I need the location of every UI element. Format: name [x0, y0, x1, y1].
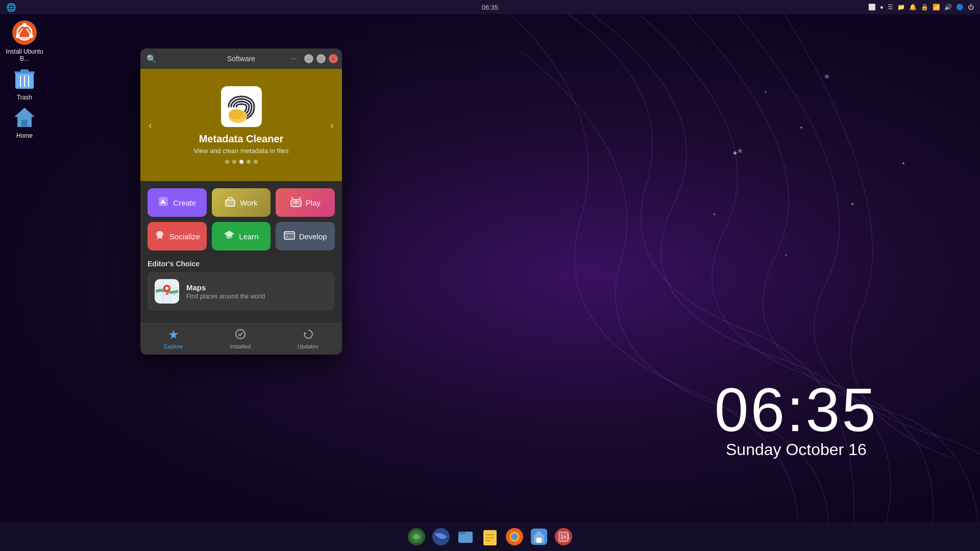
- desktop-waves: [368, 0, 980, 551]
- socialize-icon: [154, 230, 165, 243]
- trash-label: Trash: [17, 94, 32, 101]
- svg-point-32: [291, 197, 293, 199]
- desktop-icon-home[interactable]: Home: [4, 104, 45, 139]
- svg-marker-47: [304, 332, 307, 334]
- svg-point-28: [293, 201, 295, 203]
- category-learn-button[interactable]: Learn: [212, 222, 271, 251]
- updates-label: Updates: [298, 343, 318, 349]
- maps-app-card[interactable]: Maps Find places around the world: [148, 272, 335, 311]
- svg-point-2: [765, 91, 767, 93]
- nav-updates[interactable]: Updates: [289, 325, 327, 353]
- clock-time: 06:35: [715, 379, 878, 440]
- home-label: Home: [16, 132, 33, 139]
- learn-label: Learn: [239, 232, 258, 241]
- maps-app-desc: Find places around the world: [186, 293, 265, 300]
- taskbar-files[interactable]: [455, 527, 476, 547]
- topbar-left: 🌐: [6, 3, 16, 12]
- hero-app-name: Metadata Cleaner: [199, 133, 284, 145]
- hero-dot-2[interactable]: [232, 160, 236, 164]
- topbar: 🌐 06:35 ⬜ ● ☰ 📁 🔔 🔒 📶 🔊 🔵 ⏻: [0, 0, 980, 14]
- explore-icon: [168, 329, 179, 342]
- desktop-icon-install-ubuntu[interactable]: Install Ubuntu B...: [4, 19, 45, 62]
- nav-explore[interactable]: Explore: [156, 325, 191, 353]
- svg-point-1: [800, 127, 802, 129]
- software-window: 🔍 Software ··· − □ × ‹: [140, 48, 342, 355]
- hero-dot-4[interactable]: [247, 160, 251, 164]
- category-socialize-button[interactable]: Socialize: [148, 222, 207, 251]
- hero-banner[interactable]: ‹: [140, 69, 342, 181]
- titlebar: 🔍 Software ··· − □ ×: [140, 48, 342, 69]
- taskbar-notes[interactable]: [480, 527, 500, 547]
- topbar-right: ⬜ ● ☰ 📁 🔔 🔒 📶 🔊 🔵 ⏻: [868, 4, 974, 11]
- taskbar-store[interactable]: [529, 527, 549, 547]
- window-title: Software: [227, 55, 255, 63]
- work-icon: [225, 196, 236, 210]
- install-ubuntu-icon: [11, 19, 38, 46]
- svg-point-59: [511, 534, 518, 540]
- svg-point-6: [902, 162, 904, 164]
- develop-icon: >_: [284, 230, 295, 243]
- desktop-icon-trash[interactable]: Trash: [4, 65, 45, 101]
- updates-icon: [303, 329, 314, 342]
- create-label: Create: [173, 198, 196, 207]
- svg-rect-52: [458, 532, 465, 535]
- notification-icon: 🔔: [909, 4, 917, 11]
- learn-icon: [224, 230, 235, 243]
- installed-label: Installed: [230, 343, 251, 349]
- topbar-clock: 06:35: [482, 4, 499, 11]
- svg-rect-20: [21, 120, 28, 127]
- svg-point-11: [16, 34, 20, 38]
- svg-text:>_: >_: [286, 235, 290, 239]
- play-icon: [290, 196, 302, 210]
- hero-dot-1[interactable]: [225, 160, 229, 164]
- category-grid: Create Work: [140, 181, 342, 258]
- play-label: Play: [306, 198, 321, 207]
- close-button[interactable]: ×: [329, 54, 338, 63]
- hero-next-button[interactable]: ›: [326, 115, 338, 135]
- category-create-button[interactable]: Create: [148, 188, 207, 217]
- svg-text:1+1: 1+1: [560, 534, 570, 540]
- svg-point-12: [29, 34, 33, 38]
- svg-point-29: [297, 201, 299, 203]
- taskbar-thunderbird[interactable]: [431, 527, 451, 547]
- screenshot-icon: ⬜: [868, 4, 876, 11]
- editors-choice-title: Editor's Choice: [140, 258, 342, 272]
- hero-app-icon: [221, 86, 262, 127]
- taskbar-firefox[interactable]: [504, 527, 525, 547]
- desktop-clock: 06:35 Sunday October 16: [715, 379, 878, 459]
- hero-prev-button[interactable]: ‹: [144, 115, 156, 135]
- menu-dots[interactable]: ···: [290, 54, 297, 63]
- hero-app-desc: View and clean metadata in files: [193, 147, 288, 155]
- folder-icon: 📁: [897, 4, 905, 11]
- titlebar-controls: ··· − □ ×: [290, 54, 338, 63]
- category-play-button[interactable]: Play: [276, 188, 335, 217]
- category-work-button[interactable]: Work: [212, 188, 271, 217]
- work-label: Work: [240, 198, 258, 207]
- menu-icon: ☰: [888, 4, 893, 11]
- category-develop-button[interactable]: >_ Develop: [276, 222, 335, 251]
- maximize-button[interactable]: □: [316, 54, 326, 63]
- sound-icon: 🔊: [944, 4, 952, 11]
- search-icon[interactable]: 🔍: [146, 54, 157, 64]
- maps-app-name: Maps: [186, 283, 265, 292]
- svg-point-33: [299, 197, 301, 199]
- svg-rect-15: [20, 69, 29, 72]
- trash-icon: [11, 65, 38, 92]
- hero-dot-3[interactable]: [239, 160, 243, 164]
- clock-date: Sunday October 16: [715, 440, 878, 459]
- nav-installed[interactable]: Installed: [222, 325, 259, 353]
- socialize-label: Socialize: [169, 232, 200, 241]
- svg-point-44: [165, 287, 168, 290]
- minimize-button[interactable]: −: [304, 54, 313, 63]
- create-icon: [158, 196, 169, 210]
- maps-app-info: Maps Find places around the world: [186, 283, 265, 300]
- svg-rect-61: [536, 538, 542, 543]
- hero-dot-5[interactable]: [254, 160, 258, 164]
- svg-point-0: [733, 152, 737, 155]
- maps-icon: [155, 279, 179, 304]
- explore-label: Explore: [164, 343, 183, 349]
- taskbar-games[interactable]: [406, 527, 427, 547]
- svg-point-3: [851, 203, 854, 206]
- taskbar-calc[interactable]: 1+1: [553, 527, 574, 547]
- svg-point-31: [295, 202, 297, 204]
